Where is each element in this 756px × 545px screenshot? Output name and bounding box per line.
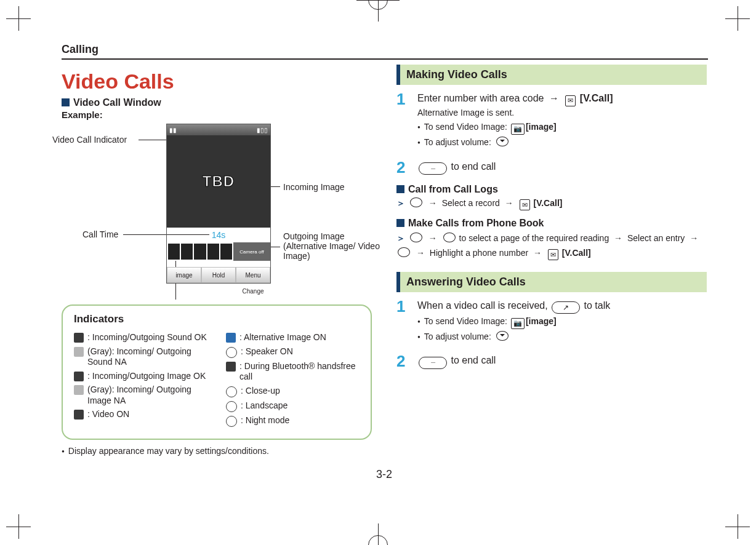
- make-calls-phonebook-title: Make Calls from Phone Book: [408, 218, 544, 228]
- tbd-overlay: TBD: [167, 135, 270, 228]
- image-key-label: [image]: [526, 122, 557, 132]
- arrow-icon: →: [505, 198, 513, 208]
- adjust-volume-text: To adjust volume:: [424, 137, 491, 147]
- arrow-icon: →: [428, 198, 437, 208]
- phonebook-step-a: to select a page of the required reading: [459, 233, 609, 243]
- night-mode-icon: [226, 416, 237, 427]
- nav-key-icon: [410, 233, 422, 242]
- nav-key-icon: [496, 137, 509, 146]
- page-title: Video Calls: [62, 70, 372, 93]
- indicators-title: Indicators: [74, 313, 360, 325]
- softkey-image: image: [167, 267, 201, 283]
- alt-image-icon: [226, 333, 236, 343]
- header-rule: [62, 58, 708, 60]
- indicators-box: Indicators : Incoming/Outgoing Sound OK …: [62, 304, 372, 440]
- video-call-window-title: Video Call Window: [73, 97, 161, 108]
- step-number: 1: [396, 298, 410, 345]
- arrow-icon: →: [533, 248, 542, 258]
- indicator-text: : Night mode: [241, 415, 289, 426]
- phonebook-step-b: Select an entry: [627, 233, 685, 243]
- answer-step1-a: When a video call is received,: [417, 300, 548, 311]
- step-number: 2: [396, 159, 410, 175]
- camera-off-label: Camera off: [233, 242, 270, 261]
- indicator-text: : Video ON: [87, 409, 129, 420]
- indicator-text: : Close-up: [241, 386, 280, 397]
- indicator-text: : Landscape: [241, 400, 288, 412]
- closeup-icon: [226, 386, 237, 397]
- nav-key-icon: [443, 233, 456, 242]
- bluetooth-icon: [226, 362, 236, 372]
- arrow-icon: →: [549, 93, 559, 103]
- answering-video-calls-heading: Answering Video Calls: [396, 272, 707, 292]
- video-call-diagram: Video Call Indicator Call Time Incoming …: [62, 124, 372, 302]
- vcall-key-label: [V.Call]: [562, 248, 591, 258]
- send-video-image-text: To send Video Image:: [424, 316, 507, 326]
- indicator-text: : Speaker ON: [241, 346, 293, 357]
- indicator-text: : Incoming/Outgoing Image OK: [87, 371, 206, 382]
- camera-key-icon: 📷: [511, 124, 525, 135]
- step1-text: Enter number with area code: [417, 93, 544, 103]
- example-label: Example:: [62, 109, 372, 120]
- send-video-image-text: To send Video Image:: [424, 122, 507, 132]
- display-note: Display appearance may vary by settings/…: [62, 446, 269, 456]
- vcall-key-label: [V.Call]: [580, 93, 613, 103]
- call-from-logs-title: Call from Call Logs: [408, 184, 498, 194]
- image-ok-icon: [74, 372, 84, 381]
- nav-key-icon: [398, 247, 410, 257]
- label-video-call-indicator: Video Call Indicator: [52, 135, 127, 145]
- indicator-text: : Incoming/Outgoing Sound OK: [87, 332, 207, 343]
- talk-key-icon: ↗: [552, 301, 580, 314]
- arrow-icon: →: [614, 233, 622, 243]
- image-key-label: [image]: [526, 316, 557, 326]
- mail-key-icon: ✉: [565, 95, 576, 106]
- square-bullet-icon: [396, 185, 404, 193]
- step-number: 2: [396, 353, 410, 369]
- end-call-text: to end call: [451, 161, 496, 172]
- sound-na-icon: [74, 347, 84, 357]
- image-na-icon: [74, 385, 84, 395]
- select-record-text: Select a record: [442, 198, 500, 208]
- section-header: Calling: [62, 43, 707, 56]
- arrow-icon: →: [690, 233, 698, 243]
- adjust-volume-text: To adjust volume:: [424, 332, 491, 341]
- speaker-on-icon: [226, 347, 237, 358]
- mail-key-icon: ✉: [520, 199, 530, 210]
- label-incoming-image: Incoming Image: [283, 182, 345, 192]
- video-on-icon: [74, 410, 84, 420]
- step-number: 1: [396, 91, 410, 151]
- landscape-icon: [226, 401, 237, 412]
- indicator-text: (Gray): Incoming/ Outgoing Image NA: [87, 384, 207, 406]
- alt-image-sent: Alternative Image is sent.: [417, 106, 707, 120]
- chevron-icon: ＞: [396, 233, 405, 243]
- camera-key-icon: 📷: [511, 318, 525, 329]
- making-video-calls-heading: Making Video Calls: [396, 65, 707, 85]
- arrow-icon: →: [428, 233, 437, 243]
- label-call-time: Call Time: [82, 229, 118, 239]
- indicator-text: (Gray): Incoming/ Outgoing Sound NA: [87, 346, 207, 368]
- phone-screenshot: ▮▮▮▯▯ TBD 14s Camera off image Hold Menu…: [166, 124, 271, 284]
- nav-key-icon: [496, 331, 509, 341]
- sound-ok-icon: [74, 333, 84, 343]
- indicator-text: : Alternative Image ON: [239, 332, 326, 343]
- label-outgoing-image: Outgoing Image (Alternative Image/ Video…: [283, 231, 382, 261]
- square-bullet-icon: [396, 219, 404, 227]
- square-bullet-icon: [62, 98, 70, 106]
- nav-key-icon: [410, 197, 422, 207]
- chevron-icon: ＞: [396, 198, 405, 208]
- mail-key-icon: ✉: [548, 249, 558, 260]
- page-number: 3-2: [62, 468, 707, 481]
- call-time-value: 14s: [167, 228, 270, 242]
- end-key-icon: ⏤: [419, 162, 447, 175]
- end-key-icon: ⏤: [419, 357, 447, 369]
- indicator-text: : During Bluetooth® handsfree call: [239, 361, 360, 383]
- softkey-menu: Menu Change: [236, 267, 270, 283]
- vcall-key-label: [V.Call]: [534, 198, 563, 208]
- end-call-text: to end call: [451, 355, 496, 365]
- phonebook-step-c: Highlight a phone number: [430, 248, 528, 258]
- answer-step1-b: to talk: [584, 300, 611, 311]
- arrow-icon: →: [416, 248, 425, 258]
- softkey-hold: Hold: [201, 267, 236, 283]
